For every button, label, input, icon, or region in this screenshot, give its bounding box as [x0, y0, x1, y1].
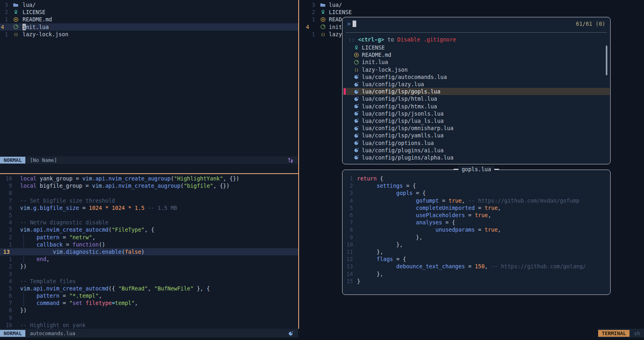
svg-text:M: M — [15, 18, 17, 21]
line-number: 3 — [0, 271, 20, 277]
line-number: 10 — [343, 241, 354, 248]
code-text: analyses = { — [357, 219, 455, 226]
code-text: }) — [20, 263, 27, 270]
picker-item[interactable]: lua/config/plugins/ai.lua — [343, 147, 610, 154]
line-number: 7 — [0, 197, 20, 204]
picker-item[interactable]: lua/config/options.lua — [343, 139, 610, 146]
readme-icon: M — [320, 16, 326, 23]
code-line[interactable]: 9 }, — [343, 234, 609, 241]
file-row[interactable]: 1{}lazy-lock.json — [0, 31, 298, 38]
code-line[interactable]: 13 debounce_text_changes = 150, -- https… — [343, 263, 609, 270]
code-line[interactable]: 8 — [0, 189, 298, 197]
lua-icon — [353, 74, 359, 80]
code-line[interactable]: 4-- Template files — [0, 278, 298, 285]
code-line[interactable]: 5 — [0, 211, 298, 219]
file-row[interactable]: 3lua/ — [299, 1, 644, 8]
code-line[interactable]: 14 }, — [343, 270, 609, 277]
line-number: 2 — [0, 234, 20, 240]
window-separator-vertical[interactable] — [298, 0, 299, 329]
code-line[interactable]: 15} — [343, 278, 609, 285]
code-text: debounce_text_changes = 150, -- https://… — [357, 263, 586, 270]
code-line[interactable]: 8 unusedparams = true, — [343, 226, 609, 233]
mode-indicator: NORMAL — [0, 157, 25, 164]
code-text: ▏ command = "set filetype=templ", — [20, 300, 138, 306]
code-line[interactable]: 9local bigfile_group = vim.api.nvim_crea… — [0, 182, 298, 189]
code-line[interactable]: 4 gofumpt = true, -- https://github.com/… — [343, 197, 609, 204]
code-line[interactable]: 5 completeUnimported = true, — [343, 204, 609, 211]
code-text: }, — [357, 234, 423, 240]
code-line[interactable]: 3vim.api.nvim_create_autocmd("FileType",… — [0, 226, 298, 233]
code-line[interactable]: 10 }, — [343, 241, 609, 248]
code-line[interactable]: 7 ▏ command = "set filetype=templ", — [0, 299, 298, 307]
file-name: LICENSE — [23, 9, 45, 15]
code-text: unusedparams = true, — [357, 226, 501, 233]
scrollbar[interactable] — [606, 46, 607, 75]
result-counter: 61/61 (0) — [576, 21, 605, 27]
lua-circle-icon — [353, 59, 359, 65]
code-line[interactable]: 5vim.api.nvim_create_autocmd({ "BufRead"… — [0, 285, 298, 292]
picker-file-name: init.lua — [362, 59, 388, 65]
code-line[interactable]: 1 ▏ end, — [0, 255, 298, 263]
code-line[interactable]: 1return { — [343, 175, 609, 182]
code-line[interactable]: 9 — [0, 314, 298, 321]
code-line[interactable]: 6vim.g.bigfile_size = 1024 * 1024 * 1.5 … — [0, 204, 298, 211]
picker-item-selected[interactable]: lua/config/lsp/gopls.lua — [343, 88, 610, 95]
code-line[interactable]: 10-- Highlight on yank — [0, 321, 298, 329]
code-line[interactable]: 2}) — [0, 263, 298, 270]
lua-icon — [353, 103, 359, 110]
code-line[interactable]: 2 ▏ pattern = "netrw", — [0, 234, 298, 241]
file-row[interactable]: 2LICENSE — [0, 8, 298, 16]
code-text: completeUnimported = true, — [357, 205, 501, 211]
picker-item[interactable]: lua/config/lsp/htmx.lua — [343, 103, 610, 110]
title-dash — [494, 169, 499, 170]
code-line[interactable]: 10local yank_group = vim.api.nvim_create… — [0, 175, 298, 182]
picker-item[interactable]: lua/config/autocomands.lua — [343, 73, 610, 81]
picker-file-name: lua/config/plugins/ai.lua — [362, 147, 444, 153]
tree-icon — [288, 158, 293, 163]
picker-prompt-row[interactable]: > 61/61 (0) — [343, 19, 610, 28]
picker-item[interactable]: init.lua — [343, 58, 610, 66]
window-separator-horizontal[interactable] — [0, 173, 299, 174]
code-line[interactable]: 7-- Set bigfile size threshold — [0, 197, 298, 204]
file-row[interactable]: 1MREADME.md — [0, 16, 298, 23]
picker-item[interactable]: lua/config/plugins/alpha.lua — [343, 154, 610, 161]
picker-item[interactable]: MREADME.md — [343, 51, 610, 58]
code-line[interactable]: 8}) — [0, 307, 298, 314]
picker-item[interactable]: LICENSE — [343, 44, 610, 51]
picker-item[interactable]: lua/config/lsp/html.lua — [343, 95, 610, 102]
code-line[interactable]: 6 ▏ pattern = "*.templ", — [0, 292, 298, 299]
code-line[interactable]: 6 usePlaceholders = true, — [343, 211, 609, 219]
file-name: README.md — [23, 16, 52, 23]
code-line[interactable]: 3 gopls = { — [343, 189, 609, 197]
code-line[interactable]: 11 }, — [343, 248, 609, 255]
file-name: lua/ — [23, 2, 36, 8]
lua-icon — [353, 95, 359, 102]
file-row[interactable]: 4init.lua — [0, 23, 298, 31]
prompt-icon: > — [347, 21, 351, 27]
code-line[interactable]: 7 analyses = { — [343, 219, 609, 226]
code-line[interactable]: 4-- Netrw diagnostic disable — [0, 219, 298, 226]
line-number: 6 — [343, 212, 354, 218]
code-line[interactable]: 12 flags = { — [343, 255, 609, 263]
picker-item[interactable]: lua/config/lsp/omnisharp.lua — [343, 124, 610, 132]
file-row[interactable]: 2LICENSE — [299, 8, 644, 16]
file-name: lazy-lock.json — [23, 31, 68, 37]
line-number: 3 — [0, 226, 20, 233]
code-line[interactable]: 2 settings = { — [343, 182, 609, 189]
picker-item[interactable]: {}lazy-lock.json — [343, 66, 610, 73]
line-number: 8 — [0, 307, 20, 313]
picker-item[interactable]: lua/config/lsp/lua_ls.lua — [343, 117, 610, 124]
mode-indicator: NORMAL — [0, 330, 25, 337]
file-name: lua/ — [329, 2, 342, 8]
picker-item[interactable]: lua/config/lazy.lua — [343, 81, 610, 88]
picker-item[interactable]: lua/config/lsp/jsonls.lua — [343, 110, 610, 117]
file-row[interactable]: 3lua/ — [0, 1, 298, 8]
code-text: -- Template files — [20, 278, 76, 284]
code-line[interactable]: 13 vim.diagnostic.enable(false) — [0, 248, 298, 255]
line-number: 1 — [0, 256, 20, 262]
line-number: 3 — [299, 2, 318, 8]
picker-item[interactable]: lua/config/lsp/yamlls.lua — [343, 132, 610, 139]
line-number: 6 — [0, 205, 20, 211]
code-line[interactable]: 3 — [0, 270, 298, 277]
code-line[interactable]: 1 ▏ callback = function() — [0, 241, 298, 248]
